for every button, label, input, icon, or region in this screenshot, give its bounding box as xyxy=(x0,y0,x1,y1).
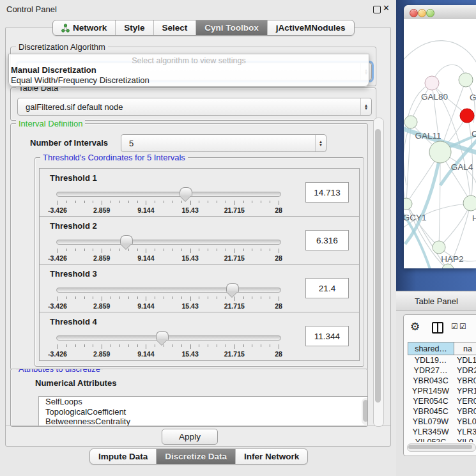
slider-thumb[interactable] xyxy=(180,187,192,196)
cell-shared-name: YDR27… xyxy=(408,365,454,376)
slider-tick xyxy=(137,296,138,299)
close-icon[interactable]: ✕ xyxy=(383,3,390,13)
slider-tick xyxy=(164,201,164,203)
table-row[interactable]: YLR345WYLR3 xyxy=(408,427,476,437)
tab-discretize-data[interactable]: Discretize Data xyxy=(157,449,236,464)
slider-tick xyxy=(234,344,235,349)
slider-tick xyxy=(84,296,85,299)
tab-impute-data[interactable]: Impute Data xyxy=(90,449,157,464)
zoom-traffic-light-icon[interactable] xyxy=(426,9,434,17)
minimize-traffic-light-icon[interactable] xyxy=(418,9,426,17)
threshold-slider[interactable]: -3.4262.8599.14415.4321.71528 xyxy=(55,188,286,215)
checkbox-icon[interactable]: ☑ xyxy=(459,322,466,331)
table-row[interactable]: YDL19…YDL1 xyxy=(408,355,476,365)
axis-tick-label: 28 xyxy=(258,254,299,262)
slider-thumb[interactable] xyxy=(120,235,133,244)
attribute-item-topologicalcoefficient[interactable]: TopologicalCoefficient xyxy=(39,407,368,417)
slider-tick xyxy=(84,344,85,347)
network-edge xyxy=(439,203,471,247)
control-panel-window: Control Panel ✕ NetworkStyleSelectCyni T… xyxy=(0,0,396,476)
slider-tick xyxy=(66,344,67,347)
network-canvas[interactable]: GAL80GACGAL11GAL4GCY1HHAP2 xyxy=(404,19,476,268)
algorithm-option-equal-width-frequency-discretization[interactable]: Equal Width/Frequency Discretization xyxy=(11,75,150,85)
tab-label: Discretize Data xyxy=(165,452,227,461)
slider-tick xyxy=(155,296,155,299)
settings-scrollbar-thumb[interactable] xyxy=(375,129,381,403)
number-of-intervals-combobox[interactable]: 5 ▲▼ xyxy=(121,134,326,152)
axis-tick-label: 15.43 xyxy=(170,254,211,262)
slider-thumb[interactable] xyxy=(156,331,169,340)
tab-jactivemnodules[interactable]: jActiveMNodules xyxy=(268,20,354,35)
network-node-ga[interactable] xyxy=(459,73,473,87)
threshold-value-field[interactable]: 6.316 xyxy=(305,230,349,250)
tab-label: Select xyxy=(162,23,188,33)
slider-thumb[interactable] xyxy=(226,283,239,292)
threshold-value-field[interactable]: 11.344 xyxy=(305,326,349,346)
column-header-name[interactable]: na xyxy=(454,342,476,355)
table-row[interactable]: YIL052CYIL0 xyxy=(408,437,476,442)
tab-select[interactable]: Select xyxy=(154,20,197,35)
algorithm-option-manual-discretization[interactable]: Manual Discretization xyxy=(11,65,96,75)
tab-label: jActiveMNodules xyxy=(276,23,346,33)
network-node-label: C xyxy=(472,129,476,139)
table-row[interactable]: YER054CYER0 xyxy=(408,396,476,406)
table-panel: ⚙ ☑ ☑ shared… na YDL19…YDL1YDR27…YDR2YBR… xyxy=(403,314,476,456)
slider-tick xyxy=(279,344,279,349)
table-row[interactable]: YBR043CYBR0 xyxy=(408,376,476,386)
tab-infer-network[interactable]: Infer Network xyxy=(236,449,307,464)
table-horizontal-scrollbar[interactable] xyxy=(407,443,476,452)
split-columns-icon[interactable] xyxy=(432,322,443,334)
slider-tick xyxy=(75,201,76,203)
network-node-hap2[interactable] xyxy=(433,241,445,254)
list-scrollbar[interactable] xyxy=(362,398,368,425)
slider-tick xyxy=(190,249,191,253)
slider-tick xyxy=(243,201,244,203)
network-node-gal11[interactable] xyxy=(404,116,417,128)
slider-tick xyxy=(111,201,111,203)
threshold-slider[interactable]: -3.4262.8599.14415.4321.71528 xyxy=(55,284,286,311)
table-row[interactable]: YBR045CYBR0 xyxy=(408,406,476,417)
numerical-attributes-list[interactable]: SelfLoopsTopologicalCoefficientBetweenne… xyxy=(38,396,368,427)
network-node-gal80[interactable] xyxy=(425,76,439,90)
network-node-c[interactable] xyxy=(460,109,474,123)
slider-tick xyxy=(155,249,155,251)
list-scrollbar-thumb[interactable] xyxy=(363,400,368,422)
slider-tick xyxy=(111,344,111,347)
table-row[interactable]: YPR145WYPR1 xyxy=(408,386,476,396)
slider-tick xyxy=(75,296,76,299)
gear-icon[interactable]: ⚙ xyxy=(410,320,420,333)
table-scrollbar-thumb[interactable] xyxy=(408,445,472,449)
apply-button[interactable]: Apply xyxy=(162,429,218,445)
threshold-value-field[interactable]: 21.4 xyxy=(305,278,349,298)
tab-cyni-toolbox[interactable]: Cyni Toolbox xyxy=(196,20,268,35)
slider-tick xyxy=(146,201,146,205)
float-window-icon[interactable] xyxy=(373,6,381,13)
network-node-gal4[interactable] xyxy=(429,141,451,163)
table-data-combobox[interactable]: galFiltered.sif default node ▲▼ xyxy=(17,98,372,116)
slider-tick xyxy=(208,201,208,203)
slider-tick xyxy=(128,201,129,203)
checkbox-icon[interactable]: ☑ xyxy=(451,322,458,331)
slider-tick xyxy=(137,344,138,347)
slider-tick xyxy=(243,249,244,251)
attribute-item-selfloops[interactable]: SelfLoops xyxy=(39,397,368,407)
threshold-slider[interactable]: -3.4262.8599.14415.4321.71528 xyxy=(55,236,286,263)
column-header-shared-name[interactable]: shared… xyxy=(408,342,454,355)
threshold-slider[interactable]: -3.4262.8599.14415.4321.71528 xyxy=(55,332,286,358)
settings-scrollbar[interactable] xyxy=(373,118,384,427)
slider-tick xyxy=(75,344,76,347)
table-row[interactable]: YBL079WYBL0 xyxy=(408,417,476,427)
threshold-label: Threshold 2 xyxy=(50,221,97,231)
slider-tick xyxy=(128,296,129,299)
network-icon xyxy=(61,24,70,33)
threshold-value-field[interactable]: 14.713 xyxy=(305,182,349,203)
tab-network[interactable]: Network xyxy=(53,20,116,35)
slider-tick xyxy=(199,296,199,299)
close-traffic-light-icon[interactable] xyxy=(410,9,418,17)
interval-definition-group: Interval Definition Number of Intervals … xyxy=(10,123,368,370)
threshold-label: Threshold 1 xyxy=(50,173,97,183)
network-node-gcy1[interactable] xyxy=(404,198,412,210)
table-row[interactable]: YDR27…YDR2 xyxy=(408,365,476,376)
tab-style[interactable]: Style xyxy=(116,20,153,35)
network-node-h[interactable] xyxy=(463,196,476,211)
